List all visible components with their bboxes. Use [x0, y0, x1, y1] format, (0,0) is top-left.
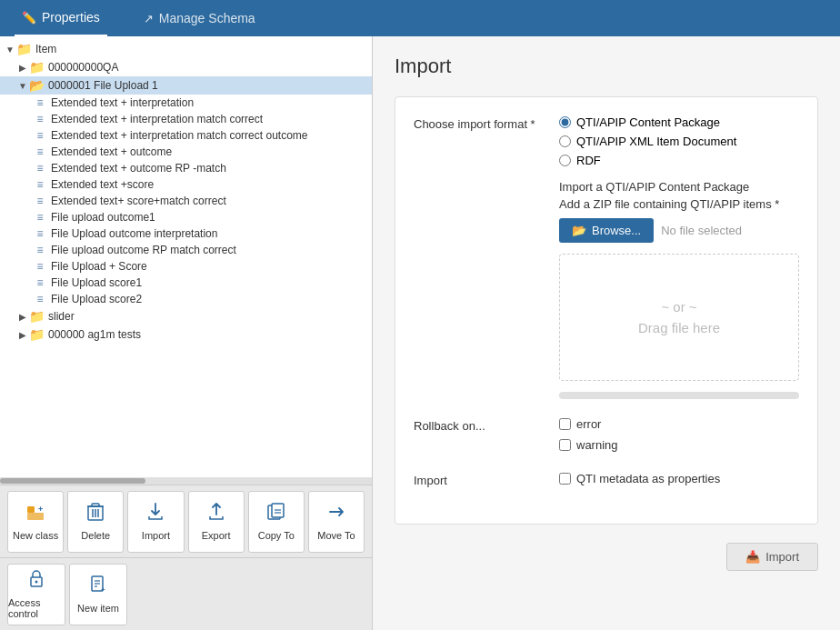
list-item[interactable]: ≡ Extended text + outcome — [0, 144, 372, 160]
export-button[interactable]: Export — [188, 491, 245, 553]
qti-meta-label[interactable]: QTI metadata as properties — [576, 472, 720, 485]
access-control-button[interactable]: Access control — [7, 564, 65, 625]
list-item[interactable]: ≡ File upload outcome1 — [0, 209, 372, 225]
doc-icon: ≡ — [33, 96, 47, 109]
list-item[interactable]: ≡ File Upload score2 — [0, 291, 372, 307]
new-item-icon: + — [89, 575, 107, 599]
folder-icon: 📁 — [29, 327, 45, 342]
list-item[interactable]: ≡ File Upload outcome interpretation — [0, 225, 372, 242]
list-item[interactable]: ≡ Extended text + outcome RP -match — [0, 160, 372, 176]
doc-icon: ≡ — [33, 227, 47, 240]
rollback-options: error warning — [559, 417, 618, 459]
import-format-options: QTI/APIP Content Package QTI/APIP XML It… — [559, 115, 736, 167]
drop-here-label: Drag file here — [638, 320, 720, 335]
rollback-row: Rollback on... error warning — [414, 417, 799, 459]
horizontal-scrollbar[interactable] — [0, 477, 372, 485]
expand-arrow: ▶ — [16, 330, 29, 340]
doc-icon: ≡ — [33, 260, 47, 273]
no-file-label: No file selected — [661, 224, 742, 237]
folder-icon: 📁 — [16, 42, 32, 56]
list-item[interactable]: ≡ Extended text + interpretation match c… — [0, 127, 372, 144]
browse-folder-icon: 📂 — [572, 224, 586, 237]
rollback-error-row: error — [559, 417, 618, 431]
doc-icon: ≡ — [33, 211, 47, 224]
doc-icon: ≡ — [33, 293, 47, 305]
doc-icon: ≡ — [33, 195, 47, 207]
bottom-action-area: 📥 Import — [395, 543, 818, 571]
rollback-label: Rollback on... — [414, 417, 559, 433]
new-class-icon: + — [25, 502, 45, 526]
radio-rdf[interactable] — [559, 155, 571, 166]
zip-section: Import a QTI/APIP Content Package Add a … — [559, 180, 799, 399]
svg-point-14 — [35, 581, 38, 584]
toolbar: + New class Delete — [0, 485, 372, 557]
move-to-button[interactable]: Move To — [308, 491, 365, 553]
list-item[interactable]: ≡ File Upload + Score — [0, 258, 372, 275]
tree-item-ag1m[interactable]: ▶ 📁 slider — [0, 307, 372, 325]
tree-item-fileupload1[interactable]: ▼ 📂 0000001 File Upload 1 — [0, 76, 372, 95]
drop-or-label: ~ or ~ — [661, 299, 696, 315]
folder-open-icon: 📂 — [29, 78, 45, 93]
svg-text:+: + — [101, 585, 105, 594]
import-action-button[interactable]: 📥 Import — [726, 543, 818, 571]
move-to-icon — [326, 502, 346, 526]
tree-item-trueclass[interactable]: ▶ 📁 000000 ag1m tests — [0, 325, 372, 344]
browse-button[interactable]: 📂 Browse... — [559, 218, 654, 243]
import-checkboxes: QTI metadata as properties — [559, 472, 720, 493]
radio-option-qti-xml[interactable]: QTI/APIP XML Item Document — [559, 135, 736, 148]
tab-manage-schema[interactable]: ↗ Manage Schema — [136, 0, 263, 36]
import-options-label: Import — [414, 472, 559, 487]
list-item[interactable]: ≡ File upload outcome RP match correct — [0, 242, 372, 258]
radio-qti-xml[interactable] — [559, 135, 571, 147]
export-icon — [206, 502, 226, 526]
checkbox-error[interactable] — [559, 418, 571, 430]
radio-option-rdf[interactable]: RDF — [559, 154, 736, 167]
import-options-row: Import QTI metadata as properties — [414, 472, 799, 493]
expand-arrow: ▼ — [4, 45, 16, 55]
radio-qti-apip[interactable] — [559, 116, 571, 128]
radio-option-qti-apip[interactable]: QTI/APIP Content Package — [559, 115, 736, 129]
new-item-button[interactable]: + New item — [69, 564, 127, 625]
copy-to-icon — [266, 502, 286, 526]
scrollbar-thumb[interactable] — [0, 478, 145, 484]
zip-label: Import a QTI/APIP Content Package — [559, 180, 799, 194]
list-item[interactable]: ≡ Extended text + interpretation match c… — [0, 111, 372, 127]
doc-icon: ≡ — [33, 162, 47, 175]
left-panel: ▼ 📁 Item ▶ 📁 000000000QA ▼ 📂 0000001 Fil… — [0, 36, 373, 630]
folder-icon: 📁 — [29, 60, 45, 75]
zip-sublabel: Add a ZIP file containing QTI/APIP items… — [559, 197, 799, 211]
main-layout: ▼ 📁 Item ▶ 📁 000000000QA ▼ 📂 0000001 Fil… — [0, 36, 840, 630]
list-item[interactable]: ≡ Extended text+ score+match correct — [0, 193, 372, 209]
tree-item-qa[interactable]: ▶ 📁 000000000QA — [0, 58, 372, 76]
checkbox-qti-meta[interactable] — [559, 473, 571, 485]
copy-to-button[interactable]: Copy To — [248, 491, 305, 553]
svg-rect-0 — [27, 506, 35, 513]
new-class-button[interactable]: + New class — [7, 491, 64, 553]
progress-bar — [559, 392, 799, 399]
svg-text:+: + — [38, 505, 43, 514]
list-item[interactable]: ≡ File Upload score1 — [0, 275, 372, 291]
expand-arrow: ▶ — [16, 312, 29, 322]
panel-title: Import — [395, 55, 818, 78]
import-icon — [145, 502, 165, 526]
list-item[interactable]: ≡ Extended text + interpretation — [0, 95, 372, 111]
checkbox-warning[interactable] — [559, 439, 571, 451]
rollback-warning-label[interactable]: warning — [576, 438, 618, 452]
drop-zone[interactable]: ~ or ~ Drag file here — [559, 254, 799, 381]
tree-root[interactable]: ▼ 📁 Item — [0, 40, 372, 58]
delete-button[interactable]: Delete — [67, 491, 124, 553]
schema-icon: ↗ — [144, 12, 154, 25]
doc-icon: ≡ — [33, 129, 47, 142]
doc-icon: ≡ — [33, 244, 47, 256]
tree-area[interactable]: ▼ 📁 Item ▶ 📁 000000000QA ▼ 📂 0000001 Fil… — [0, 36, 372, 477]
import-button[interactable]: Import — [127, 491, 184, 553]
folder-icon: 📁 — [29, 309, 45, 324]
list-item[interactable]: ≡ Extended text +score — [0, 176, 372, 193]
tab-properties[interactable]: ✏️ Properties — [15, 0, 107, 36]
svg-rect-1 — [27, 513, 44, 520]
top-header: ✏️ Properties ↗ Manage Schema — [0, 0, 840, 36]
doc-icon: ≡ — [33, 113, 47, 125]
rollback-error-label[interactable]: error — [576, 417, 601, 431]
pencil-icon: ✏️ — [22, 11, 36, 25]
import-action-icon: 📥 — [745, 550, 760, 564]
